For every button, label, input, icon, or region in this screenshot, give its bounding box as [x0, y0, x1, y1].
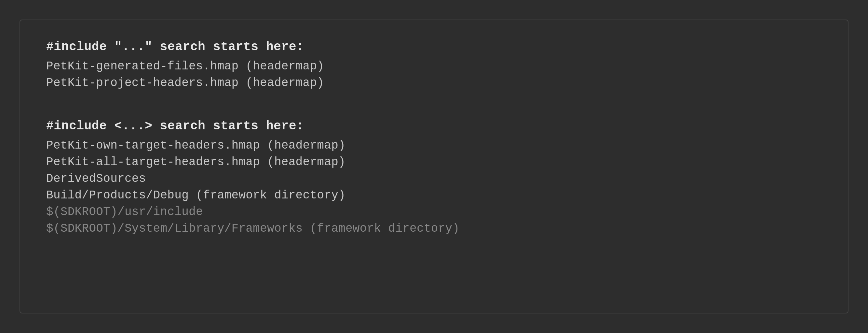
section-header-1: #include <...> search starts here:	[46, 119, 822, 133]
line-1-4: $(SDKROOT)/usr/include	[46, 205, 822, 219]
spacer	[46, 106, 822, 119]
line-1-1: PetKit-all-target-headers.hmap (headerma…	[46, 156, 822, 169]
line-1-3: Build/Products/Debug (framework director…	[46, 189, 822, 202]
line-0-1: PetKit-project-headers.hmap (headermap)	[46, 76, 822, 90]
line-1-2: DerivedSources	[46, 172, 822, 186]
section-header-0: #include "..." search starts here:	[46, 40, 822, 54]
section-include-angled: #include <...> search starts here:PetKit…	[46, 119, 822, 239]
line-1-5: $(SDKROOT)/System/Library/Frameworks (fr…	[46, 222, 822, 235]
section-include-quoted: #include "..." search starts here:PetKit…	[46, 40, 822, 93]
main-container: #include "..." search starts here:PetKit…	[20, 20, 848, 313]
line-1-0: PetKit-own-target-headers.hmap (headerma…	[46, 139, 822, 152]
line-0-0: PetKit-generated-files.hmap (headermap)	[46, 60, 822, 73]
